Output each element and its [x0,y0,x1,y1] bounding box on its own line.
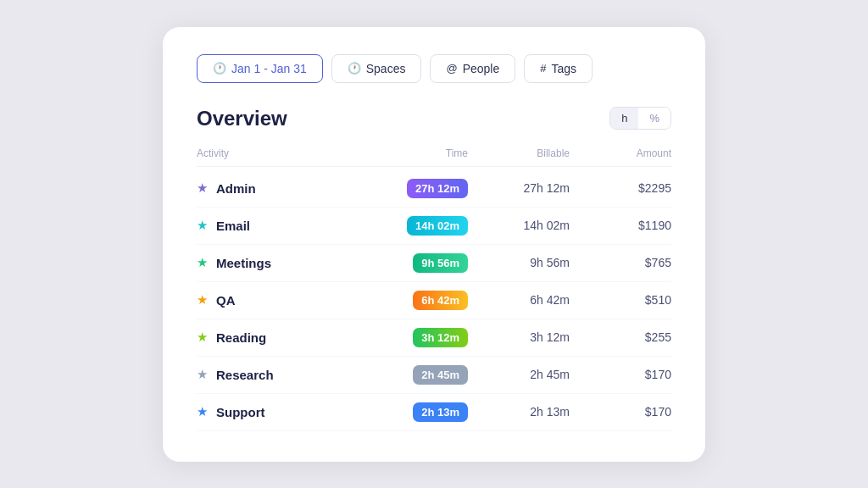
activity-name: Support [216,405,265,419]
activity-name: Reading [216,330,266,345]
filter-tags-label: Tags [551,62,576,75]
col-amount: Amount [570,147,671,159]
table-row: ★ Email 14h 02m 14h 02m $1190 [197,208,671,245]
filter-date-label: Jan 1 - Jan 31 [231,62,307,75]
activity-name: Email [216,219,250,233]
table-row: ★ Research 2h 45m 2h 45m $170 [197,357,671,394]
toggle-hours-button[interactable]: h [610,108,638,129]
billable-cell: 14h 02m [468,219,570,232]
time-cell: 6h 42m [366,291,468,310]
table-header: Activity Time Billable Amount [197,147,671,167]
table-body: ★ Admin 27h 12m 27h 12m $2295 ★ Email 14… [197,170,671,431]
time-cell: 14h 02m [366,216,468,236]
time-badge: 6h 42m [413,291,468,310]
clock-icon: 🕐 [213,62,226,75]
time-cell: 27h 12m [366,179,468,198]
time-cell: 3h 12m [366,328,468,347]
billable-cell: 2h 45m [468,368,570,381]
table-row: ★ Reading 3h 12m 3h 12m $255 [197,319,671,357]
activity-name: Admin [216,181,256,196]
activity-cell: ★ Email [197,218,366,233]
filter-tags-button[interactable]: # Tags [524,54,593,83]
time-badge: 9h 56m [413,253,468,273]
tags-icon: # [540,62,546,75]
col-activity: Activity [197,147,366,159]
filter-bar: 🕐 Jan 1 - Jan 31 🕐 Spaces @ People # Tag… [197,54,671,83]
activity-cell: ★ Reading [197,330,366,345]
toggle-group: h % [609,107,671,130]
star-icon: ★ [197,404,208,419]
time-badge: 2h 13m [413,402,468,422]
amount-cell: $170 [570,405,671,419]
billable-cell: 9h 56m [468,256,570,269]
amount-cell: $170 [570,368,671,381]
filter-people-button[interactable]: @ People [430,54,515,83]
activity-name: Meetings [216,256,271,270]
amount-cell: $765 [570,256,671,269]
billable-cell: 2h 13m [468,405,570,419]
time-badge: 14h 02m [407,216,468,236]
time-badge: 3h 12m [413,328,468,347]
billable-cell: 27h 12m [468,181,570,195]
star-icon: ★ [197,367,208,382]
table-row: ★ QA 6h 42m 6h 42m $510 [197,282,671,319]
spaces-icon: 🕐 [348,62,361,75]
billable-cell: 6h 42m [468,293,570,307]
time-badge: 2h 45m [413,365,468,385]
activity-name: Research [216,368,274,382]
main-card: 🕐 Jan 1 - Jan 31 🕐 Spaces @ People # Tag… [163,27,705,462]
filter-date-button[interactable]: 🕐 Jan 1 - Jan 31 [197,54,323,83]
activity-cell: ★ Support [197,404,366,419]
star-icon: ★ [197,180,208,196]
star-icon: ★ [197,330,208,345]
activity-cell: ★ Meetings [197,255,366,270]
star-icon: ★ [197,218,208,233]
star-icon: ★ [197,292,208,308]
time-cell: 9h 56m [366,253,468,273]
billable-cell: 3h 12m [468,330,570,344]
table-row: ★ Admin 27h 12m 27h 12m $2295 [197,170,671,208]
section-header: Overview h % [197,107,671,130]
activity-cell: ★ QA [197,292,366,308]
activity-name: QA [216,293,236,308]
star-icon: ★ [197,255,208,270]
time-cell: 2h 13m [366,402,468,422]
toggle-percent-button[interactable]: % [638,108,670,129]
amount-cell: $2295 [570,181,671,195]
activity-cell: ★ Admin [197,180,366,196]
col-time: Time [366,147,468,159]
table-row: ★ Support 2h 13m 2h 13m $170 [197,394,671,431]
amount-cell: $255 [570,330,671,344]
col-billable: Billable [468,147,570,159]
time-badge: 27h 12m [407,179,468,198]
filter-people-label: People [463,62,500,75]
amount-cell: $1190 [570,219,671,232]
overview-title: Overview [197,107,287,130]
filter-spaces-button[interactable]: 🕐 Spaces [331,54,422,83]
amount-cell: $510 [570,293,671,307]
filter-spaces-label: Spaces [366,62,406,75]
people-icon: @ [446,62,457,75]
activity-cell: ★ Research [197,367,366,382]
time-cell: 2h 45m [366,365,468,385]
table-row: ★ Meetings 9h 56m 9h 56m $765 [197,245,671,282]
